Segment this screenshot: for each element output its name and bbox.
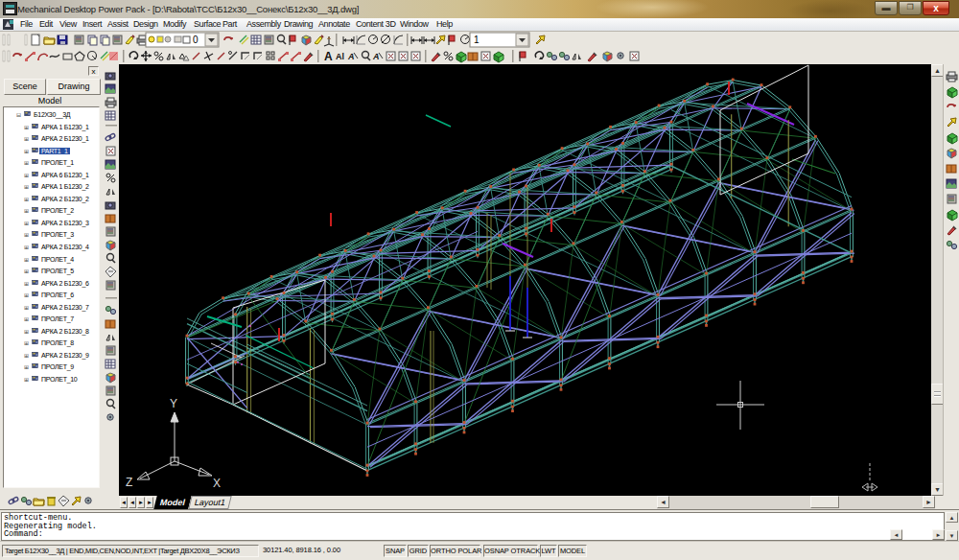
svg-text:X: X [213,477,221,490]
svg-text:0: 0 [193,35,199,45]
svg-text:A: A [324,50,333,63]
svg-text:Y: Y [170,397,177,410]
svg-text:Z: Z [126,476,132,489]
svg-text:1: 1 [474,35,480,45]
svg-text:A: A [347,52,355,61]
svg-text:Al: Al [336,52,344,61]
svg-text:A: A [372,52,380,61]
